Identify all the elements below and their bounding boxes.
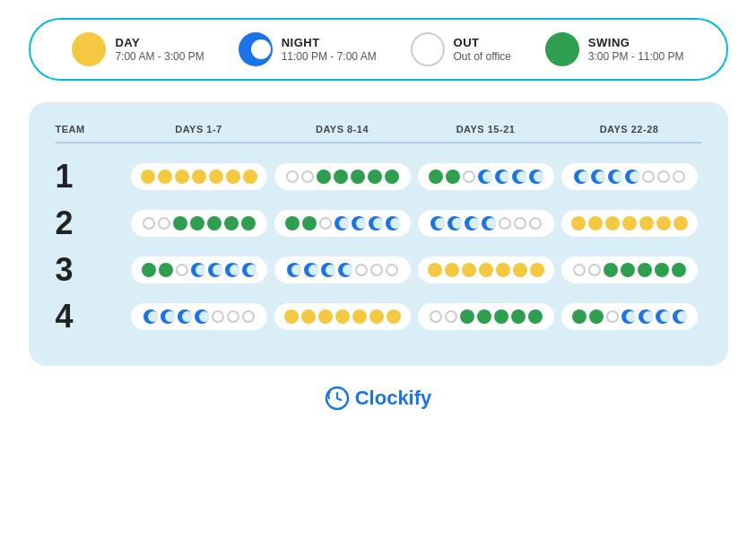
dot-out	[673, 170, 685, 183]
out-icon	[411, 32, 445, 66]
team-number: 1	[56, 158, 127, 196]
dot-swing	[477, 309, 491, 324]
dot-swing	[207, 216, 222, 231]
swing-time: 3:00 PM - 11:00 PM	[588, 50, 684, 63]
col-days2: DAYS 8-14	[271, 124, 414, 135]
dot-day	[318, 309, 333, 324]
legend-bar: DAY 7:00 AM - 3:00 PM NIGHT 11:00 PM - 7…	[29, 18, 728, 81]
dot-night	[208, 263, 222, 277]
dot-night	[529, 170, 543, 184]
dots-cell	[418, 257, 554, 283]
dots-cell	[131, 163, 267, 190]
clockify-logo: Clockify	[325, 386, 432, 411]
dot-out	[212, 310, 224, 323]
dot-day	[513, 263, 527, 277]
dot-out	[642, 170, 655, 183]
dot-night	[478, 170, 492, 184]
dot-day	[301, 309, 316, 324]
dot-swing	[224, 216, 239, 231]
dot-swing	[241, 216, 256, 231]
dot-swing	[334, 170, 348, 184]
dot-out	[242, 310, 255, 323]
dot-out	[301, 170, 314, 183]
dot-swing	[159, 263, 173, 277]
dot-day	[284, 309, 299, 324]
dot-night	[369, 216, 383, 231]
dot-out	[386, 264, 398, 276]
clockify-clock-icon	[325, 386, 350, 411]
out-label: OUT	[454, 36, 511, 49]
dot-swing	[368, 170, 382, 184]
dot-night	[321, 263, 335, 277]
dot-day	[605, 216, 620, 231]
dots-cell	[131, 257, 267, 283]
dot-out	[286, 170, 299, 183]
dot-night	[386, 216, 400, 231]
dot-swing	[511, 309, 526, 324]
dot-night	[430, 216, 445, 231]
dot-swing	[655, 263, 669, 277]
day-label: DAY	[115, 36, 204, 49]
dot-swing	[460, 309, 474, 324]
dots-cell	[418, 303, 554, 330]
dot-night	[335, 216, 349, 231]
dots-cell	[131, 210, 267, 237]
legend-night: NIGHT 11:00 PM - 7:00 AM	[239, 32, 377, 66]
col-days4: DAYS 22-28	[558, 124, 701, 135]
dot-day	[158, 170, 172, 184]
dot-swing	[351, 170, 365, 184]
dots-cell	[131, 303, 267, 330]
dot-day	[226, 170, 240, 184]
legend-day: DAY 7:00 AM - 3:00 PM	[72, 32, 204, 66]
dots-cell	[418, 210, 554, 237]
dot-day	[496, 263, 510, 277]
dots-cell	[561, 257, 698, 283]
dot-out	[529, 217, 542, 230]
night-label: NIGHT	[282, 36, 377, 49]
dot-night	[656, 309, 670, 324]
schedule-container: TEAM DAYS 1-7 DAYS 8-14 DAYS 15-21 DAYS …	[29, 102, 728, 366]
dots-cell	[561, 303, 698, 330]
dots-cell	[561, 163, 698, 190]
dot-night	[512, 170, 526, 184]
dot-night	[495, 170, 509, 184]
dot-out	[573, 264, 586, 276]
out-time: Out of office	[454, 50, 511, 63]
dot-night	[574, 170, 588, 184]
dots-cell	[561, 210, 698, 237]
dot-day	[462, 263, 476, 277]
col-days1: DAYS 1-7	[127, 124, 271, 135]
dots-cell	[274, 257, 411, 283]
dot-day	[428, 263, 442, 277]
dot-day	[530, 263, 544, 277]
dots-cell	[274, 303, 411, 330]
dot-night	[673, 309, 687, 324]
dot-night	[608, 170, 622, 184]
dot-out	[499, 217, 511, 230]
dot-swing	[142, 263, 156, 277]
night-icon	[239, 32, 273, 66]
dot-out	[176, 264, 188, 276]
dot-swing	[528, 309, 543, 324]
dots-cell	[274, 210, 411, 237]
dot-night	[338, 263, 352, 277]
dot-night	[225, 263, 239, 277]
day-icon	[72, 32, 106, 66]
moon-shape	[251, 39, 271, 59]
dot-night	[352, 216, 366, 231]
dot-swing	[672, 263, 686, 277]
dot-day	[175, 170, 189, 184]
col-days3: DAYS 15-21	[414, 124, 558, 135]
dot-day	[369, 309, 384, 324]
clockify-text: Clockify	[355, 387, 432, 410]
day-time: 7:00 AM - 3:00 PM	[115, 50, 204, 63]
dot-night	[191, 263, 205, 277]
dot-out	[588, 264, 601, 276]
dot-night	[178, 309, 192, 324]
dot-night	[465, 216, 479, 231]
dot-day	[673, 216, 688, 231]
dot-swing	[302, 216, 317, 231]
dot-night	[195, 309, 209, 324]
dot-night	[143, 309, 158, 324]
dots-cell	[274, 163, 411, 190]
